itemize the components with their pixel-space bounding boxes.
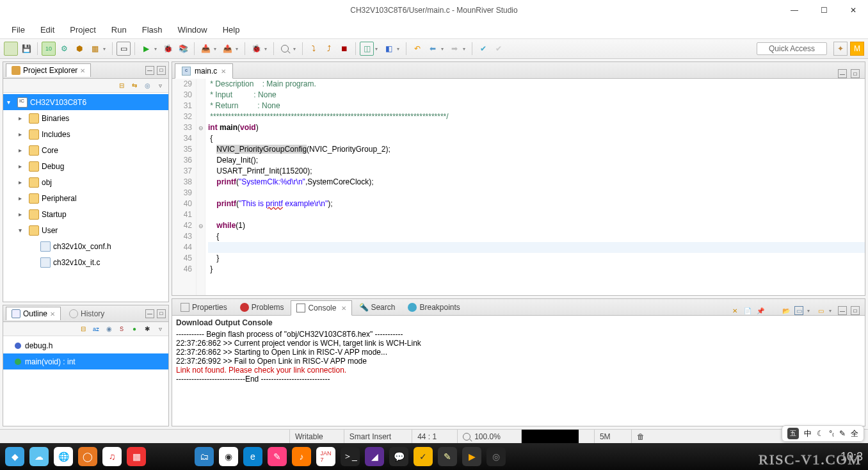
tab-search[interactable]: 🔦Search <box>353 300 401 315</box>
editor-tab-close-icon[interactable]: ✕ <box>221 68 226 75</box>
task-chat-icon[interactable]: 💬 <box>389 447 408 466</box>
tree-row[interactable]: ▸obj <box>3 174 168 190</box>
minimize-button[interactable]: — <box>780 0 809 20</box>
save-icon[interactable]: 💾 <box>19 42 33 56</box>
task-edge-icon[interactable]: e <box>243 447 262 466</box>
task-app1-icon[interactable]: ◆ <box>5 447 24 466</box>
tab-close-icon[interactable]: ✕ <box>80 67 85 74</box>
run-icon[interactable]: ▶ <box>139 42 153 56</box>
uncheck-icon[interactable]: ✔ <box>492 42 506 56</box>
ime-lang[interactable]: 中 <box>804 428 812 439</box>
outline-menu-icon[interactable]: ▿ <box>156 325 165 334</box>
minimize-view-icon[interactable]: — <box>145 66 154 75</box>
back-icon[interactable]: ↶ <box>410 42 424 56</box>
tree-row[interactable]: ▸Debug <box>3 158 168 174</box>
sort-icon[interactable]: ⊟ <box>79 325 88 334</box>
quick-access-input[interactable]: Quick Access <box>757 42 827 55</box>
focus-icon[interactable]: ◎ <box>143 81 152 90</box>
tab-properties[interactable]: Properties <box>175 300 233 315</box>
bug-icon[interactable]: 🐞 <box>249 42 263 56</box>
task-play-icon[interactable]: ▶ <box>462 447 481 466</box>
nav-fwd-icon[interactable]: ➡ <box>447 42 462 56</box>
outline-item[interactable]: main(void) : int <box>3 353 168 369</box>
view-menu-icon[interactable]: ▿ <box>156 81 165 90</box>
task-photo-icon[interactable]: ✎ <box>268 447 287 466</box>
menu-window[interactable]: Window <box>171 22 213 37</box>
task-check-icon[interactable]: ✓ <box>414 447 433 466</box>
menu-project[interactable]: Project <box>63 22 102 37</box>
perspective-cpp-icon[interactable]: ✦ <box>833 42 848 56</box>
maximize-outline-icon[interactable]: □ <box>157 309 166 318</box>
task-obs-icon[interactable]: ◎ <box>486 447 506 466</box>
tree-row[interactable]: ▸Includes <box>3 126 168 142</box>
stop-icon[interactable]: ⏹ <box>337 42 351 56</box>
tree-project-root[interactable]: ▾ IC CH32V103C8T6 <box>3 94 168 110</box>
maximize-view-icon[interactable]: □ <box>157 66 166 75</box>
pencil-icon[interactable]: ✎ <box>839 429 846 438</box>
tree-row[interactable]: ▸Core <box>3 142 168 158</box>
hide-nonpublic-icon[interactable]: ● <box>130 325 139 334</box>
search-icon[interactable] <box>278 42 292 56</box>
menu-edit[interactable]: Edit <box>34 22 61 37</box>
terminal-icon[interactable]: ▭ <box>117 42 131 56</box>
perspective-mrs-icon[interactable]: M <box>850 42 864 56</box>
minimize-outline-icon[interactable]: — <box>145 309 154 318</box>
upload-icon[interactable]: 📤 <box>220 42 234 56</box>
collapse-all-icon[interactable]: ⊟ <box>117 81 126 90</box>
new-console-icon[interactable]: ▭ <box>816 306 825 315</box>
step-over-icon[interactable]: ⤴ <box>322 42 336 56</box>
ime-tray[interactable]: 五 中 ☾ °₍ ✎ 全 <box>782 425 864 442</box>
project-tree[interactable]: ▾ IC CH32V103C8T6 ▸Binaries▸Includes▸Cor… <box>3 93 168 302</box>
layers-icon[interactable]: 📚 <box>176 42 190 56</box>
group-icon[interactable]: ✱ <box>143 325 152 334</box>
task-app3-icon[interactable]: 🌐 <box>54 447 73 466</box>
az-icon[interactable]: aᴢ <box>92 325 100 334</box>
maximize-button[interactable]: ☐ <box>809 0 839 20</box>
tab-console[interactable]: Console✕ <box>291 300 352 316</box>
menu-help[interactable]: Help <box>216 22 246 37</box>
grid-icon[interactable]: ▦ <box>88 42 102 56</box>
tab-outline[interactable]: Outline ✕ <box>6 307 61 320</box>
clear-console-icon[interactable]: ✕ <box>730 306 739 315</box>
tree-row[interactable]: ▸Startup <box>3 206 168 222</box>
tree-row[interactable]: ▸Binaries <box>3 110 168 126</box>
nav-back-icon[interactable]: ⬅ <box>426 42 440 56</box>
tree-row[interactable]: ▾User <box>3 222 168 238</box>
maximize-editor-icon[interactable]: □ <box>851 69 860 78</box>
check-icon[interactable]: ✔ <box>476 42 490 56</box>
maximize-console-icon[interactable]: □ <box>851 306 860 315</box>
new-icon[interactable] <box>4 42 18 56</box>
task-terminal-icon[interactable]: ＞_ <box>341 447 360 466</box>
menu-flash[interactable]: Flash <box>136 22 169 37</box>
minimize-console-icon[interactable]: — <box>838 306 847 315</box>
minimize-editor-icon[interactable]: — <box>838 69 847 78</box>
menu-run[interactable]: Run <box>105 22 133 37</box>
tree-row[interactable]: ▸Peripheral <box>3 190 168 206</box>
tab-breakpoints[interactable]: Breakpoints <box>402 300 465 315</box>
tab-problems[interactable]: Problems <box>234 300 290 315</box>
task-chrome-icon[interactable]: ◉ <box>219 447 238 466</box>
board-icon[interactable]: ◧ <box>382 42 396 56</box>
outline-item[interactable]: debug.h <box>3 337 168 353</box>
close-button[interactable]: ✕ <box>839 0 868 20</box>
taskbar[interactable]: ◆ ☁ 🌐 ◯ ♫ ▦ 🗂 ◉ e ✎ ♪ JAN7 ＞_ ◢ 💬 ✓ ✎ ▶ … <box>0 443 868 470</box>
build-icon[interactable]: ⚙ <box>57 42 71 56</box>
console-output[interactable]: ----------- Begin flash process of "obj/… <box>172 330 865 426</box>
rebuild-icon[interactable]: ⬢ <box>72 42 86 56</box>
display-console-icon[interactable]: ▭ <box>794 306 803 315</box>
trash-icon[interactable]: 🗑 <box>631 430 650 443</box>
moon-icon[interactable]: ☾ <box>817 429 824 438</box>
task-vs-icon[interactable]: ◢ <box>365 447 384 466</box>
tab-project-explorer[interactable]: Project Explorer ✕ <box>6 63 91 77</box>
tree-row[interactable]: ch32v10x_it.c <box>3 254 168 270</box>
fullwidth-icon[interactable]: 全 <box>851 428 858 439</box>
task-note-icon[interactable]: ✎ <box>438 447 457 466</box>
editor-tab-main[interactable]: c main.c ✕ <box>175 63 233 79</box>
open-console-icon[interactable]: 📂 <box>782 306 791 315</box>
task-app2-icon[interactable]: ☁ <box>29 447 49 466</box>
task-app6-icon[interactable]: ▦ <box>127 447 146 466</box>
task-app5-icon[interactable]: ♫ <box>102 447 122 466</box>
debug-icon[interactable]: 🐞 <box>161 42 175 56</box>
pin-console-icon[interactable]: 📌 <box>756 306 765 315</box>
step-into-icon[interactable]: ⤵ <box>307 42 321 56</box>
